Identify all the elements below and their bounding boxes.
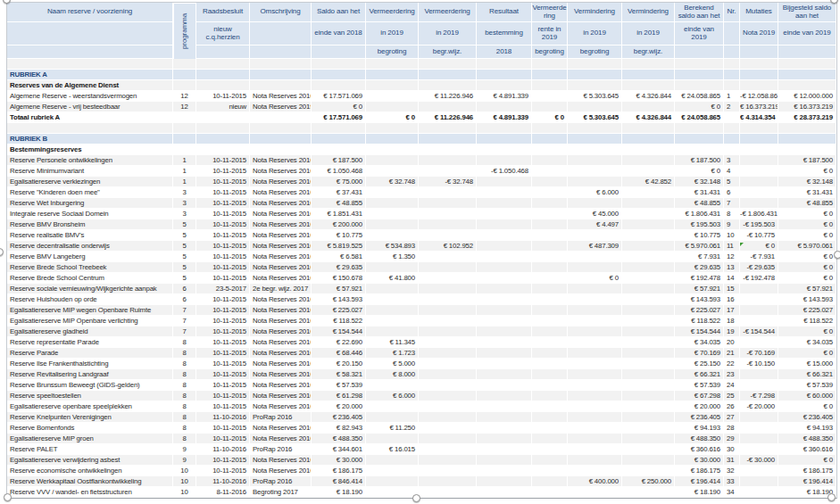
resize-handle-bottom-left[interactable] — [4, 493, 12, 501]
cell-mutaties — [740, 423, 778, 434]
resize-handle-left-middle[interactable] — [0, 248, 4, 256]
cell-vermindering-begroting — [568, 198, 622, 209]
cell-saldo-eind-2018: € 57.921 — [312, 284, 366, 294]
cell-resultaat-bestemming — [477, 359, 532, 369]
data-row: Egalisatiereserve gladheid710-11-2015Not… — [7, 326, 836, 337]
cell-vermeerdering-begroting — [366, 123, 419, 134]
cell-bijgesteld-saldo-2019: € 0 — [778, 209, 836, 219]
cell-omschrijving: Begroting 2017 — [250, 487, 312, 498]
cell-naam: Egalisatiereserve MIP wegen Openbare Rui… — [7, 305, 173, 316]
cell-programma: 1 — [173, 177, 196, 187]
resize-handle-bottom-right[interactable] — [828, 493, 836, 501]
cell-bijgesteld-saldo-2019 — [778, 70, 836, 80]
data-row: Egalisatiereserve verkiezingen110-11-201… — [7, 177, 836, 187]
cell-raadsbesluit: 10-11-2015 — [196, 401, 250, 412]
cell-vermeerdering-begroting — [366, 102, 419, 112]
cell-vermeerdering-rente — [532, 487, 568, 498]
cell-vermindering-begroting — [568, 155, 622, 166]
data-row: Egalisatiereserve MIP wegen Openbare Rui… — [7, 305, 836, 316]
cell-vermindering-begrwijz — [622, 134, 675, 145]
cell-resultaat-bestemming — [477, 455, 532, 466]
cell-raadsbesluit: 10-11-2015 — [196, 294, 250, 305]
cell-berekend-saldo-2019: € 10.775 — [675, 230, 724, 241]
cell-vermeerdering-begrwijz — [419, 209, 477, 219]
cell-vermeerdering-begroting — [366, 262, 419, 273]
document-canvas: Naam reserve / voorzieningprogrammaRaads… — [0, 0, 840, 504]
cell-vermindering-begrwijz — [622, 294, 675, 305]
cell-berekend-saldo-2019: € 7.931 — [675, 252, 724, 262]
data-row: Integrale reserve Sociaal Domein310-11-2… — [7, 209, 836, 219]
cell-omschrijving: Nota Reserves 2016 — [250, 434, 312, 444]
column-header-mutaties: Mutaties — [740, 3, 778, 22]
cell-resultaat-bestemming: € 4.891.339 — [477, 91, 532, 102]
cell-programma: 5 — [173, 252, 196, 262]
cell-programma: 9 — [173, 444, 196, 455]
resize-handle-bottom-middle[interactable] — [412, 494, 420, 502]
cell-berekend-saldo-2019: € 195.503 — [675, 219, 724, 230]
data-row: Reserve Parade810-11-2015Nota Reserves 2… — [7, 348, 836, 359]
cell-vermeerdering-begroting: € 0 — [366, 112, 419, 123]
spacer-row — [7, 123, 836, 134]
cell-vermindering-begrwijz — [622, 391, 675, 401]
cell-berekend-saldo-2019 — [675, 70, 724, 80]
cell-vermeerdering-begrwijz — [419, 391, 477, 401]
column-header-vermeerdering-begroting-line2: in 2019 — [366, 22, 419, 45]
cell-programma: 7 — [173, 326, 196, 337]
cell-saldo-eind-2018: € 846.414 — [312, 476, 366, 487]
cell-raadsbesluit: 10-11-2015 — [196, 155, 250, 166]
data-row: Reserve PALET911-10-2016ProRap 2016€ 344… — [7, 444, 836, 455]
cell-mutaties — [740, 294, 778, 305]
cell-vermindering-begrwijz — [622, 80, 675, 91]
data-row: Reserve decentralisatie onderwijs510-11-… — [7, 241, 836, 252]
cell-vermindering-begrwijz — [622, 487, 675, 498]
cell-berekend-saldo-2019: € 57.539 — [675, 380, 724, 391]
cell-programma — [173, 134, 196, 145]
cell-vermeerdering-rente — [532, 91, 568, 102]
cell-naam: Reserve realisatie BMV's — [7, 230, 173, 241]
cell-vermeerdering-begrwijz — [419, 262, 477, 273]
cell-bijgesteld-saldo-2019: € 488.350 — [778, 434, 836, 444]
cell-resultaat-bestemming — [477, 70, 532, 80]
cell-vermeerdering-begrwijz — [419, 198, 477, 209]
column-header-vermeerdering-begrwijz: Vermeerdering — [419, 3, 477, 22]
cell-vermindering-begrwijz — [622, 70, 675, 80]
cell-bijgesteld-saldo-2019: € 34.035 — [778, 337, 836, 348]
resize-handle-right-middle[interactable] — [834, 251, 840, 259]
cell-vermindering-begroting — [568, 294, 622, 305]
cell-vermeerdering-begroting — [366, 455, 419, 466]
data-row: Algemene Reserve - weerstandsvermogen121… — [7, 91, 836, 102]
column-header-bijgesteld-saldo-2019-line2: einde van 2019 — [778, 22, 836, 45]
cell-vermindering-begrwijz — [622, 187, 675, 198]
cell-saldo-eind-2018: € 143.593 — [312, 294, 366, 305]
cell-nr: 11 — [724, 241, 740, 252]
cell-programma: 3 — [173, 209, 196, 219]
cell-saldo-eind-2018: € 82.943 — [312, 423, 366, 434]
cell-bijgesteld-saldo-2019: € 57.921 — [778, 284, 836, 294]
cell-programma: 12 — [173, 91, 196, 102]
data-row: Reserve representatie Parade810-11-2015N… — [7, 337, 836, 348]
cell-bijgesteld-saldo-2019: € 360.616 — [778, 444, 836, 455]
cell-mutaties: -€ 70.169 — [740, 348, 778, 359]
data-row: Reserve Ilse Frankenthalstichting810-11-… — [7, 359, 836, 369]
cell-bijgesteld-saldo-2019: € 187.500 — [778, 155, 836, 166]
cell-vermindering-begrwijz — [622, 466, 675, 476]
cell-naam: Reserve Bomenfonds — [7, 423, 173, 434]
cell-berekend-saldo-2019: € 154.544 — [675, 326, 724, 337]
cell-vermeerdering-rente — [532, 209, 568, 219]
cell-bijgesteld-saldo-2019: € 28.373.219 — [778, 112, 836, 123]
cell-naam: Reserve speeltoestellen — [7, 391, 173, 401]
cell-programma — [173, 112, 196, 123]
cell-omschrijving — [250, 134, 312, 145]
cell-vermindering-begroting — [568, 262, 622, 273]
cell-naam: Reserve Brunssum Beweegt (GIDS-gelden) — [7, 380, 173, 391]
cell-nr — [724, 145, 740, 155]
cell-saldo-eind-2018 — [312, 59, 366, 70]
cell-vermeerdering-rente — [532, 219, 568, 230]
cell-vermeerdering-rente — [532, 145, 568, 155]
cell-vermeerdering-rente — [532, 123, 568, 134]
cell-vermeerdering-begrwijz — [419, 166, 477, 177]
data-row: Egalisatiereserve MIP Openbare verlichti… — [7, 316, 836, 326]
cell-vermindering-begroting — [568, 59, 622, 70]
cell-mutaties — [740, 166, 778, 177]
cell-vermeerdering-begroting — [366, 476, 419, 487]
